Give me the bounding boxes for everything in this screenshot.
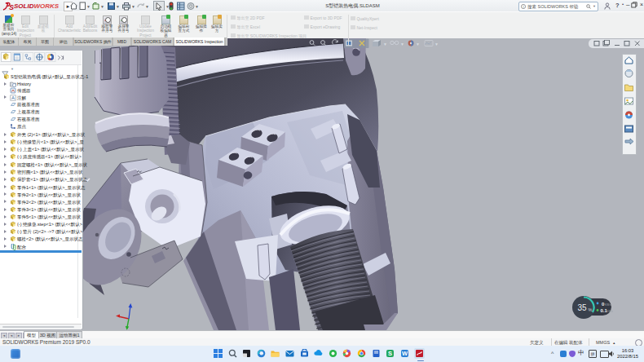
svg-text:35: 35 (577, 303, 587, 312)
svg-text:i: i (523, 4, 524, 8)
svg-text:▼: ▼ (383, 42, 387, 46)
svg-text:▼: ▼ (195, 4, 199, 9)
svg-text:▼: ▼ (131, 4, 135, 9)
svg-text:▼: ▼ (100, 4, 104, 9)
svg-text:▼: ▼ (165, 4, 170, 9)
svg-text:W: W (402, 350, 408, 357)
svg-text:▼: ▼ (116, 4, 120, 9)
svg-text:▼: ▼ (434, 42, 439, 46)
svg-text:A: A (11, 95, 15, 100)
svg-text:KB/s: KB/s (607, 310, 614, 313)
svg-text:▼: ▼ (145, 4, 149, 9)
svg-text:▼: ▼ (86, 4, 90, 9)
svg-text:▼: ▼ (400, 42, 404, 46)
svg-text:%: % (589, 307, 593, 312)
svg-text:S: S (388, 350, 392, 357)
svg-text:KB/s: KB/s (605, 303, 611, 307)
svg-text:▼: ▼ (416, 42, 420, 46)
